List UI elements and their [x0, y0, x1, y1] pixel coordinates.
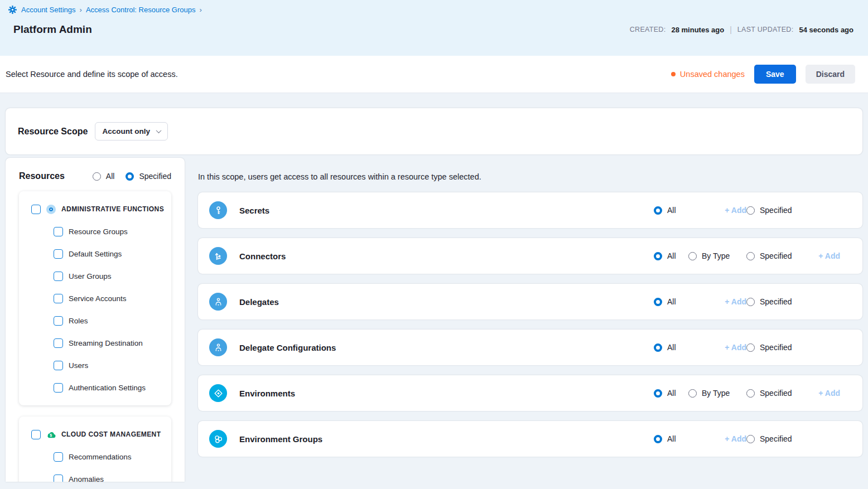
discard-button[interactable]: Discard [806, 65, 855, 84]
radio-icon[interactable] [746, 343, 755, 352]
radio-icon[interactable] [746, 298, 755, 306]
add-link[interactable]: + Add [818, 389, 840, 398]
timestamps: CREATED: 28 minutes ago | LAST UPDATED: … [630, 25, 853, 34]
item-checkbox[interactable] [54, 294, 63, 303]
item-checkbox[interactable] [54, 227, 63, 236]
item-checkbox[interactable] [54, 383, 63, 393]
unsaved-changes-label: Unsaved changes [680, 70, 745, 79]
item-checkbox[interactable] [54, 452, 63, 462]
connector-icon [209, 247, 227, 265]
radio-icon[interactable] [746, 389, 755, 398]
item-checkbox[interactable] [54, 316, 63, 326]
resource-tree-item[interactable]: Recommendations [19, 446, 171, 468]
gear-icon [8, 5, 17, 14]
resource-row: Delegate ConfigurationsAllSpecified+ Add [198, 330, 862, 365]
resource-type-list: In this scope, users get access to all r… [198, 158, 862, 482]
add-link[interactable]: + Add [725, 343, 746, 352]
resource-group-item[interactable]: $CLOUD COST MANAGEMENT [19, 423, 171, 446]
resource-type-name: Delegates [239, 297, 279, 307]
radio-icon[interactable] [688, 252, 697, 260]
breadcrumb-access-control[interactable]: Access Control: Resource Groups [86, 6, 196, 14]
delegate-configurations-icon [209, 338, 227, 356]
option-specified[interactable]: Specified [746, 297, 809, 306]
resource-tree-item[interactable]: Resource Groups [19, 220, 171, 243]
resources-tree: ADMINISTRATIVE FUNCTIONSResource GroupsD… [19, 191, 171, 482]
resource-tree-item[interactable]: User Groups [19, 265, 171, 287]
radio-icon[interactable] [93, 172, 101, 181]
resource-tree-item-label: Anomalies [69, 475, 104, 482]
resource-row: Environment GroupsAllSpecified+ Add [198, 421, 862, 457]
resource-tree-item[interactable]: Roles [19, 309, 171, 332]
unsaved-changes-badge: Unsaved changes [671, 70, 745, 79]
item-checkbox[interactable] [54, 249, 63, 259]
group-checkbox[interactable] [31, 205, 41, 214]
resources-mode-all[interactable]: All [93, 172, 115, 181]
resource-tree-item[interactable]: Streaming Destination [19, 332, 171, 354]
option-all[interactable]: All [654, 251, 688, 260]
resources-mode-specified[interactable]: Specified [126, 172, 171, 181]
created-value: 28 minutes ago [671, 26, 724, 34]
radio-icon[interactable] [654, 298, 662, 306]
group-checkbox[interactable] [31, 430, 41, 439]
resource-tree-item[interactable]: Service Accounts [19, 287, 171, 309]
environments-icon [209, 384, 227, 402]
option-label: Specified [760, 297, 792, 306]
resource-tree-item[interactable]: Users [19, 354, 171, 376]
radio-icon[interactable] [654, 343, 662, 352]
option-label: Specified [760, 434, 792, 443]
item-checkbox[interactable] [54, 475, 63, 482]
save-button[interactable]: Save [754, 65, 796, 84]
item-checkbox[interactable] [54, 272, 63, 281]
add-link[interactable]: + Add [725, 434, 746, 443]
resource-tree-item[interactable]: Default Settings [19, 243, 171, 265]
option-all[interactable]: All [654, 434, 688, 443]
option-specified[interactable]: Specified [746, 251, 809, 260]
option-label: All [667, 206, 676, 215]
radio-icon[interactable] [126, 172, 134, 181]
add-link[interactable]: + Add [725, 206, 746, 215]
resource-scope-dropdown[interactable]: Account only [95, 122, 168, 141]
radio-icon[interactable] [654, 435, 662, 443]
resource-tree-item[interactable]: Anomalies [19, 468, 171, 482]
breadcrumb-separator: › [199, 6, 201, 14]
resource-group-item[interactable]: ADMINISTRATIVE FUNCTIONS [19, 198, 171, 220]
add-link[interactable]: + Add [818, 251, 840, 260]
option-specified[interactable]: Specified [746, 206, 809, 215]
resource-row-options: AllBy TypeSpecified+ Add [654, 389, 840, 398]
breadcrumb-account-settings[interactable]: Account Settings [21, 6, 76, 14]
resource-tree-item-label: Users [69, 361, 88, 370]
radio-icon[interactable] [746, 206, 755, 215]
unsaved-dot-icon [671, 72, 676, 76]
option-label: All [667, 297, 676, 306]
radio-icon[interactable] [746, 435, 755, 443]
resource-type-name: Environments [239, 389, 295, 398]
option-label: Specified [760, 251, 792, 260]
last-updated-label: LAST UPDATED: [737, 26, 794, 33]
resource-row-options: AllSpecified+ Add [654, 343, 840, 352]
option-label: Specified [760, 389, 792, 398]
radio-icon[interactable] [654, 206, 662, 215]
option-specified[interactable]: Specified [746, 434, 809, 443]
option-by-type[interactable]: By Type [688, 251, 746, 260]
option-all[interactable]: All [654, 206, 688, 215]
option-by-type[interactable]: By Type [688, 389, 746, 398]
page-title: Platform Admin [13, 23, 92, 36]
item-checkbox[interactable] [54, 338, 63, 348]
option-all[interactable]: All [654, 389, 688, 398]
last-updated-value: 54 seconds ago [799, 26, 853, 34]
option-all[interactable]: All [654, 343, 688, 352]
radio-icon[interactable] [654, 252, 662, 260]
option-label: By Type [702, 389, 730, 398]
resource-group-card: $CLOUD COST MANAGEMENTRecommendationsAno… [19, 417, 171, 482]
resource-rows: SecretsAllSpecified+ AddConnectorsAllBy … [198, 192, 862, 457]
radio-icon[interactable] [654, 389, 662, 398]
resource-tree-item-label: Resource Groups [69, 227, 128, 236]
radio-icon[interactable] [746, 252, 755, 260]
resource-tree-item[interactable]: Authentication Settings [19, 376, 171, 399]
option-specified[interactable]: Specified [746, 389, 809, 398]
radio-icon[interactable] [688, 389, 697, 398]
item-checkbox[interactable] [54, 361, 63, 370]
option-all[interactable]: All [654, 297, 688, 306]
option-specified[interactable]: Specified [746, 343, 809, 352]
add-link[interactable]: + Add [725, 297, 746, 306]
